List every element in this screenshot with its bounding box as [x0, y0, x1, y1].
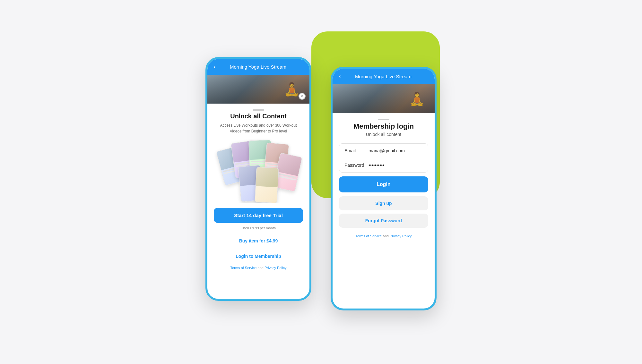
login-form: Email Password ••••••••••: [339, 143, 428, 173]
phone2-terms-link[interactable]: Terms of Service: [356, 234, 382, 238]
privacy-link[interactable]: Privacy Policy: [265, 266, 286, 270]
login-title: Membership login: [339, 122, 428, 131]
phone2-title: Morning Yoga Live Stream: [344, 74, 428, 79]
hero-overlay: [207, 75, 309, 104]
login-to-membership-button[interactable]: Login to Membership: [214, 250, 303, 263]
phone1-header: ‹ Morning Yoga Live Stream: [207, 59, 309, 75]
signup-button[interactable]: Sign up: [339, 196, 428, 210]
phone2-hero-image: [333, 84, 435, 113]
terms-link[interactable]: Terms of Service: [230, 266, 257, 270]
password-label: Password: [344, 163, 369, 168]
unlock-title: Unlock all Content: [214, 113, 303, 120]
collage-card-7: [255, 167, 279, 203]
phone2-drag-handle: [378, 119, 389, 120]
buy-item-button[interactable]: Buy item for £4.99: [214, 234, 303, 247]
price-note: Then £9.99 per month: [214, 226, 303, 230]
login-button[interactable]: Login: [339, 176, 428, 192]
phone-1: ‹ Morning Yoga Live Stream ✕ Unlock all …: [205, 57, 311, 301]
phone2-terms: Terms of Service and Privacy Policy: [339, 234, 428, 238]
trial-button[interactable]: Start 14 day free Trial: [214, 208, 303, 223]
phone1-title: Morning Yoga Live Stream: [219, 64, 303, 70]
phone1-hero-image: [207, 75, 309, 104]
phone2-back-arrow-icon[interactable]: ‹: [339, 73, 341, 80]
phone2-header: ‹ Morning Yoga Live Stream: [333, 69, 435, 84]
app-collage: [214, 139, 303, 203]
phone-2: ‹ Morning Yoga Live Stream Membership lo…: [331, 67, 437, 310]
unlock-subtitle: Access Live Workouts and over 300 Workou…: [214, 123, 303, 134]
drag-handle: [253, 109, 264, 111]
forgot-password-button[interactable]: Forgot Password: [339, 214, 428, 228]
hero2-overlay: [333, 84, 435, 113]
phone2-content: Membership login Unlock all content Emai…: [333, 113, 435, 248]
login-subtitle: Unlock all content: [339, 132, 428, 137]
back-arrow-icon[interactable]: ‹: [214, 63, 216, 70]
close-icon[interactable]: ✕: [299, 93, 306, 100]
phone1-content: Unlock all Content Access Live Workouts …: [207, 104, 309, 276]
password-input[interactable]: ••••••••••: [369, 163, 423, 168]
password-row: Password ••••••••••: [339, 158, 428, 172]
email-row: Email: [339, 144, 428, 158]
phone1-terms: Terms of Service and Privacy Policy: [214, 266, 303, 270]
scene: ‹ Morning Yoga Live Stream ✕ Unlock all …: [128, 22, 514, 343]
email-label: Email: [344, 148, 369, 153]
phone2-privacy-link[interactable]: Privacy Policy: [390, 234, 412, 238]
email-input[interactable]: [369, 148, 425, 153]
